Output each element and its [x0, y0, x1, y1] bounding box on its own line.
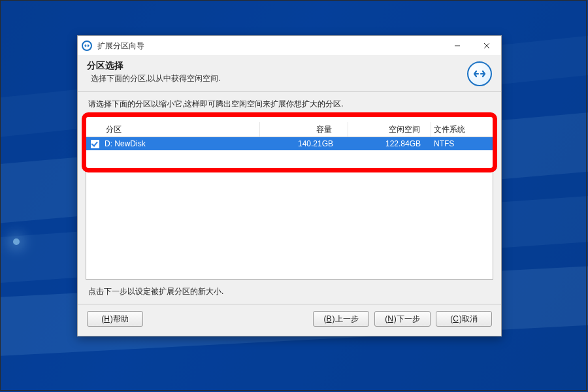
instruction-text: 请选择下面的分区以缩小它,这样即可腾出空闲空间来扩展你想扩大的分区. [78, 91, 501, 114]
close-button[interactable] [472, 36, 501, 56]
cancel-button[interactable]: (C)取消 [436, 311, 492, 327]
col-free[interactable]: 空闲空间 [348, 122, 431, 137]
row-free: 122.84GB [349, 139, 431, 148]
partition-row[interactable]: D: NewDisk 140.21GB 122.84GB NTFS [86, 137, 493, 150]
titlebar[interactable]: 扩展分区向导 [78, 36, 501, 56]
partition-list[interactable]: 分区 容量 空闲空间 文件系统 D: NewDisk 140.21GB 122.… [86, 116, 493, 280]
window-title: 扩展分区向导 [97, 41, 144, 52]
row-partition-name: D: NewDisk [103, 139, 261, 148]
col-partition[interactable]: 分区 [103, 122, 260, 137]
hint-text: 点击下一步以设定被扩展分区的新大小. [78, 280, 501, 300]
app-icon [82, 41, 92, 51]
page-title: 分区选择 [87, 60, 467, 72]
wizard-header: 分区选择 选择下面的分区,以从中获得空闲空间. [78, 56, 501, 91]
partition-list-header: 分区 容量 空闲空间 文件系统 [86, 117, 493, 137]
col-size[interactable]: 容量 [260, 122, 348, 137]
button-bar: (H)帮助 (B)上一步 (N)下一步 (C)取消 [78, 304, 501, 336]
wizard-dialog: 扩展分区向导 分区选择 选择下面的分区,以从中获得空闲空间. 请选择下面的分区以… [77, 35, 502, 336]
row-size: 140.21GB [261, 139, 349, 148]
col-filesystem[interactable]: 文件系统 [431, 122, 493, 137]
back-button[interactable]: (B)上一步 [313, 311, 369, 327]
wizard-badge-icon [467, 61, 492, 86]
row-checkbox[interactable] [91, 140, 99, 148]
page-subtitle: 选择下面的分区,以从中获得空闲空间. [87, 73, 467, 84]
row-filesystem: NTFS [431, 139, 493, 148]
next-button[interactable]: (N)下一步 [374, 311, 431, 327]
help-button[interactable]: (H)帮助 [87, 311, 143, 327]
minimize-button[interactable] [442, 36, 472, 56]
